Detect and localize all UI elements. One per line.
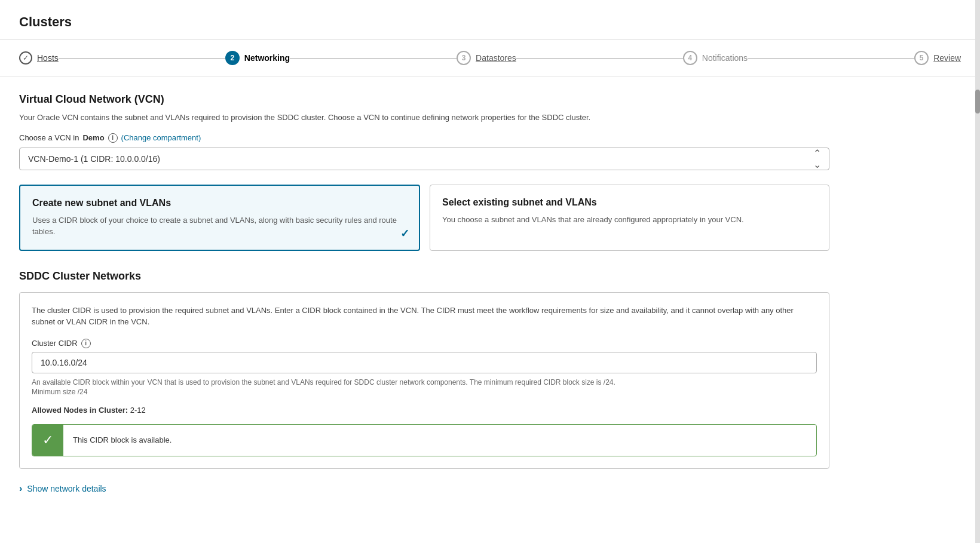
step-hosts-label[interactable]: Hosts [37,53,59,63]
step-hosts-circle: ✓ [19,51,32,65]
step-hosts[interactable]: ✓ Hosts [19,51,59,65]
option-card-create-title: Create new subnet and VLANs [32,198,407,208]
step-line-1 [59,58,225,59]
vcn-info-icon[interactable]: i [108,133,118,143]
show-network-details-link[interactable]: › Show network details [19,478,829,499]
cluster-cidr-hint1: An available CIDR block within your VCN … [32,378,817,386]
allowed-nodes-label: Allowed Nodes in Cluster: [32,406,128,415]
vcn-select[interactable]: VCN-Demo-1 (1 CIDR: 10.0.0.0/16) [19,148,829,170]
step-review-label[interactable]: Review [933,53,961,63]
option-card-existing-title: Select existing subnet and VLANs [442,197,817,208]
success-text: This CIDR block is available. [73,427,172,453]
show-network-chevron-icon: › [19,483,22,494]
step-line-3 [516,58,683,59]
step-review-circle: 5 [914,51,929,65]
step-notifications: 4 Notifications [683,51,748,65]
step-networking-circle: 2 [225,51,240,65]
option-card-existing-desc: You choose a subnet and VLANs that are a… [442,214,817,226]
vcn-section: Virtual Cloud Network (VCN) Your Oracle … [19,93,829,170]
step-notifications-circle: 4 [683,51,697,65]
vcn-section-desc: Your Oracle VCN contains the subnet and … [19,112,829,124]
scrollbar-thumb[interactable] [975,90,980,113]
option-card-existing[interactable]: Select existing subnet and VLANs You cho… [430,185,829,251]
step-line-4 [748,58,914,59]
vcn-choose-label: Choose a VCN in Demo i (Change compartme… [19,133,829,143]
option-card-create-check: ✓ [400,227,409,240]
sddc-box: The cluster CIDR is used to provision th… [19,292,829,469]
cluster-cidr-label: Cluster CIDR i [32,339,817,348]
step-datastores-label[interactable]: Datastores [476,53,516,63]
step-datastores-circle: 3 [457,51,471,65]
sddc-info-text: The cluster CIDR is used to provision th… [32,305,817,328]
allowed-nodes: Allowed Nodes in Cluster: 2-12 [32,406,817,415]
sddc-section: SDDC Cluster Networks The cluster CIDR i… [19,270,829,469]
option-card-create-desc: Uses a CIDR block of your choice to crea… [32,214,407,238]
show-network-details-label: Show network details [27,484,106,493]
success-banner: ✓ This CIDR block is available. [32,424,817,456]
success-icon-bg: ✓ [32,425,63,456]
vcn-section-title: Virtual Cloud Network (VCN) [19,93,829,106]
step-review[interactable]: 5 Review [914,51,961,65]
allowed-nodes-value-text: 2-12 [130,406,146,415]
main-content: Virtual Cloud Network (VCN) Your Oracle … [0,76,849,516]
scrollbar[interactable] [975,0,980,543]
vcn-compartment: Demo [82,133,104,142]
success-check-icon: ✓ [42,432,53,448]
step-notifications-label: Notifications [702,53,748,63]
option-cards: Create new subnet and VLANs Uses a CIDR … [19,185,829,251]
step-line-2 [290,58,457,59]
sddc-section-title: SDDC Cluster Networks [19,270,829,283]
cluster-cidr-hint2: Minimum size /24 [32,388,817,396]
vcn-select-wrapper: VCN-Demo-1 (1 CIDR: 10.0.0.0/16) ⌃⌄ [19,148,829,170]
cluster-cidr-input[interactable] [32,352,817,373]
step-networking-label: Networking [244,53,290,63]
cluster-cidr-info-icon[interactable]: i [81,339,91,348]
step-networking: 2 Networking [225,51,290,65]
stepper: ✓ Hosts 2 Networking 3 Datastores 4 Noti… [0,40,980,76]
option-card-create[interactable]: Create new subnet and VLANs Uses a CIDR … [19,185,420,251]
change-compartment-link[interactable]: (Change compartment) [121,133,201,142]
step-datastores[interactable]: 3 Datastores [457,51,516,65]
vcn-choose-text: Choose a VCN in [19,133,79,142]
page-title: Clusters [0,0,980,40]
